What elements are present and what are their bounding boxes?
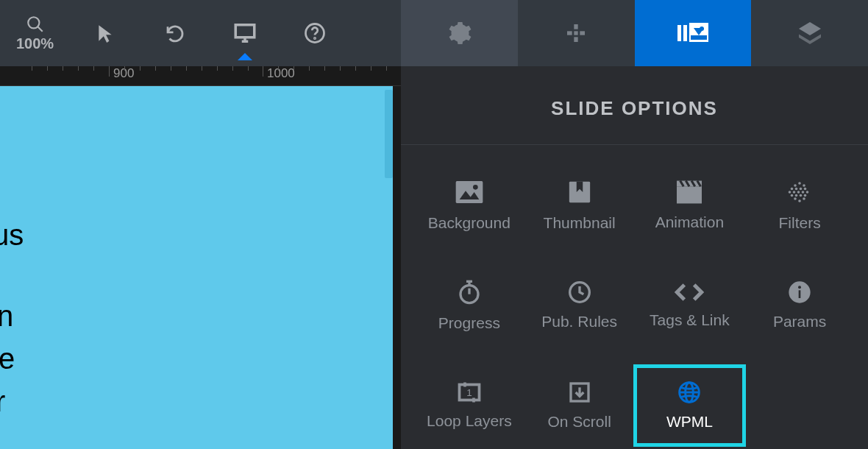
tab-layers[interactable] bbox=[751, 0, 868, 66]
option-label: Pub. Rules bbox=[541, 313, 617, 330]
help-icon bbox=[304, 22, 326, 44]
side-panel: SLIDE OPTIONS Background Thumbnail Anima… bbox=[401, 66, 868, 449]
svg-rect-5 bbox=[574, 37, 577, 42]
svg-rect-19 bbox=[677, 186, 702, 203]
svg-point-3 bbox=[314, 38, 315, 38]
option-label: On Scroll bbox=[547, 413, 611, 431]
option-tags-link[interactable]: Tags & Link bbox=[635, 266, 745, 345]
option-label: Background bbox=[428, 214, 511, 232]
panel-title: SLIDE OPTIONS bbox=[401, 66, 868, 145]
option-label: WPML bbox=[666, 413, 713, 431]
slide-text-fragment[interactable]: n bbox=[0, 294, 13, 338]
svg-rect-7 bbox=[580, 31, 585, 35]
svg-point-39 bbox=[798, 199, 801, 202]
option-label: Thumbnail bbox=[544, 214, 616, 232]
svg-rect-8 bbox=[574, 31, 577, 35]
toolbar-left: 100% bbox=[0, 0, 401, 66]
slide-text-fragment[interactable]: e bbox=[0, 336, 15, 381]
clock-icon bbox=[568, 280, 591, 304]
svg-point-29 bbox=[793, 191, 796, 194]
tab-settings[interactable] bbox=[401, 0, 518, 66]
svg-point-25 bbox=[795, 188, 798, 191]
svg-rect-10 bbox=[683, 25, 687, 41]
option-wpml[interactable]: WPML bbox=[635, 366, 745, 445]
svg-point-21 bbox=[798, 182, 801, 185]
info-icon bbox=[788, 280, 811, 304]
ruler-label: 1000 bbox=[267, 66, 295, 81]
option-label: Progress bbox=[438, 314, 500, 332]
svg-point-28 bbox=[789, 191, 791, 194]
svg-point-26 bbox=[800, 188, 803, 191]
svg-point-35 bbox=[800, 194, 803, 197]
svg-rect-14 bbox=[691, 35, 707, 40]
toolbar-tabs bbox=[401, 0, 868, 66]
search-icon bbox=[26, 15, 45, 34]
canvas[interactable]: us n e r bbox=[0, 86, 401, 449]
code-icon bbox=[675, 282, 704, 303]
svg-rect-15 bbox=[456, 181, 483, 203]
slide-text-fragment[interactable]: us bbox=[0, 213, 24, 257]
cursor-tool[interactable] bbox=[70, 0, 140, 66]
gear-icon bbox=[446, 20, 472, 46]
dots-icon bbox=[786, 179, 813, 205]
svg-rect-4 bbox=[574, 24, 577, 29]
svg-point-33 bbox=[791, 194, 794, 197]
slide-scroll-handle[interactable] bbox=[385, 90, 393, 178]
option-label: Tags & Link bbox=[650, 311, 730, 329]
svg-point-47 bbox=[798, 286, 801, 289]
chevron-down-icon bbox=[238, 53, 252, 60]
ruler-tick bbox=[263, 66, 263, 77]
option-background[interactable]: Background bbox=[414, 166, 524, 245]
slide-text-fragment[interactable]: r bbox=[0, 379, 5, 423]
option-loop-layers[interactable]: 1 Loop Layers bbox=[414, 366, 524, 445]
svg-point-23 bbox=[803, 184, 805, 187]
loop-icon: 1 bbox=[456, 381, 483, 403]
svg-point-34 bbox=[795, 194, 798, 197]
option-label: Params bbox=[773, 313, 826, 330]
svg-point-13 bbox=[700, 26, 704, 31]
ruler-tick bbox=[109, 66, 110, 77]
svg-rect-46 bbox=[799, 290, 801, 298]
svg-text:1: 1 bbox=[466, 387, 472, 398]
stopwatch-icon bbox=[458, 279, 481, 305]
option-progress[interactable]: Progress bbox=[414, 266, 524, 345]
option-filters[interactable]: Filters bbox=[744, 166, 855, 245]
dpad-icon bbox=[564, 21, 588, 45]
option-on-scroll[interactable]: On Scroll bbox=[524, 366, 635, 445]
option-label: Animation bbox=[655, 213, 724, 231]
undo-tool[interactable] bbox=[140, 0, 210, 66]
svg-point-37 bbox=[794, 197, 797, 200]
layers-icon bbox=[797, 20, 823, 46]
tab-navigation[interactable] bbox=[518, 0, 635, 66]
ruler: 900 1000 bbox=[0, 66, 401, 86]
desktop-icon bbox=[232, 21, 257, 46]
slides-icon bbox=[677, 20, 708, 46]
globe-icon bbox=[677, 381, 701, 404]
option-animation[interactable]: Animation bbox=[635, 166, 745, 245]
svg-point-17 bbox=[473, 185, 478, 190]
bookmark-icon bbox=[567, 179, 592, 205]
option-thumbnail[interactable]: Thumbnail bbox=[524, 166, 635, 245]
slide-preview[interactable]: us n e r bbox=[0, 86, 393, 449]
zoom-tool[interactable]: 100% bbox=[0, 0, 70, 66]
options-grid: Background Thumbnail Animation bbox=[401, 145, 868, 445]
zoom-label: 100% bbox=[16, 35, 54, 52]
image-icon bbox=[455, 179, 484, 205]
tab-slides[interactable] bbox=[635, 0, 752, 66]
svg-rect-6 bbox=[567, 31, 572, 35]
option-params[interactable]: Params bbox=[744, 266, 855, 345]
help-tool[interactable] bbox=[280, 0, 349, 66]
svg-point-36 bbox=[804, 194, 807, 197]
svg-point-24 bbox=[791, 188, 794, 191]
cursor-icon bbox=[96, 24, 115, 43]
option-pub-rules[interactable]: Pub. Rules bbox=[524, 266, 635, 345]
svg-point-38 bbox=[803, 197, 805, 200]
device-tool[interactable] bbox=[210, 0, 280, 66]
download-box-icon bbox=[568, 381, 591, 404]
option-label: Loop Layers bbox=[427, 412, 512, 430]
svg-point-0 bbox=[28, 17, 39, 28]
svg-point-30 bbox=[797, 191, 800, 194]
svg-rect-9 bbox=[677, 25, 681, 41]
toolbar: 100% bbox=[0, 0, 868, 66]
svg-line-1 bbox=[38, 26, 43, 32]
